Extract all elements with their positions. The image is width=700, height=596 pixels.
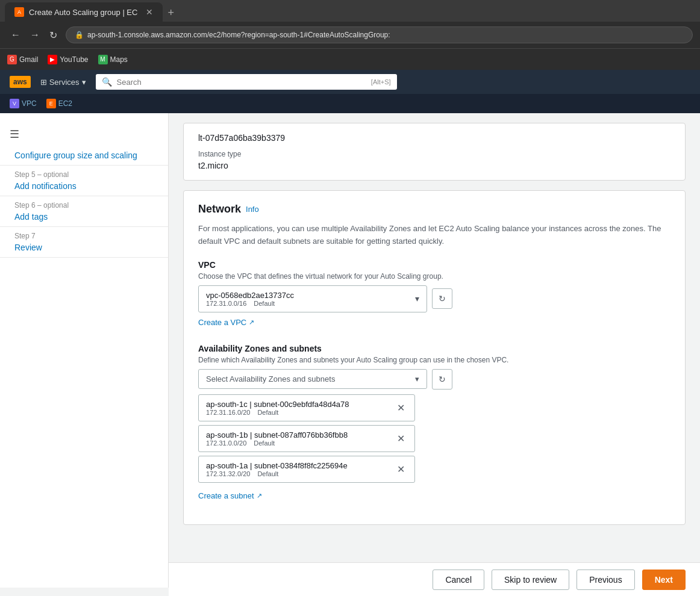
subnet-info-0: ap-south-1c | subnet-00c9ebfdfa48d4a78 1… bbox=[206, 400, 349, 416]
subnet-cidr-2: 172.31.32.0/20 bbox=[206, 470, 250, 477]
subnet-name-0: ap-south-1c | subnet-00c9ebfdfa48d4a78 bbox=[206, 400, 349, 409]
create-vpc-label: Create a VPC bbox=[198, 318, 246, 327]
subnet-default-0: Default bbox=[257, 409, 278, 416]
network-info-link[interactable]: Info bbox=[246, 205, 259, 214]
vpc-cidr: 172.31.0.0/16 bbox=[206, 300, 246, 307]
breadcrumb-vpc[interactable]: V VPC bbox=[10, 99, 37, 108]
tab-close-icon[interactable]: ✕ bbox=[146, 7, 153, 17]
vpc-label: VPC bbox=[198, 260, 670, 270]
search-shortcut: [Alt+S] bbox=[371, 78, 391, 85]
step5-link[interactable]: Add notifications bbox=[14, 181, 158, 191]
step6-link[interactable]: Add tags bbox=[14, 212, 158, 222]
services-label: Services bbox=[49, 78, 80, 87]
step7-link[interactable]: Review bbox=[14, 243, 158, 252]
browser-tab-bar: A Create Auto Scaling group | EC ✕ + bbox=[0, 0, 700, 22]
next-button[interactable]: Next bbox=[642, 570, 686, 588]
az-dropdown[interactable]: Select Availability Zones and subnets ▾ bbox=[198, 369, 427, 389]
vpc-sub: Choose the VPC that defines the virtual … bbox=[198, 272, 670, 281]
bookmark-gmail[interactable]: G Gmail bbox=[7, 55, 38, 64]
breadcrumb-ec2-label: EC2 bbox=[58, 99, 72, 108]
forward-button[interactable]: → bbox=[27, 27, 43, 43]
youtube-icon: ▶ bbox=[48, 55, 57, 64]
ec2-icon: E bbox=[46, 99, 56, 108]
new-tab-button[interactable]: + bbox=[163, 4, 179, 22]
bookmark-gmail-label: Gmail bbox=[19, 55, 38, 64]
address-bar-row: ← → ↻ 🔒 ap-south-1.console.aws.amazon.co… bbox=[0, 22, 700, 48]
search-icon: 🔍 bbox=[102, 77, 112, 87]
step5-label: Step 5 – optional bbox=[14, 170, 158, 179]
subnet-tag-1: ap-south-1b | subnet-087aff076bb36fbb8 1… bbox=[198, 425, 415, 452]
create-subnet-external-icon: ↗ bbox=[257, 492, 262, 500]
nav-controls: ← → ↻ bbox=[7, 27, 61, 43]
network-header: Network Info bbox=[198, 203, 670, 216]
az-section: Availability Zones and subnets Define wh… bbox=[198, 344, 670, 512]
url-text: ap-south-1.console.aws.amazon.com/ec2/ho… bbox=[87, 31, 390, 39]
subnet-details-2: 172.31.32.0/20 Default bbox=[206, 470, 348, 477]
vpc-dropdown-arrow-icon: ▾ bbox=[415, 294, 419, 303]
create-vpc-link[interactable]: Create a VPC ↗ bbox=[198, 318, 254, 327]
maps-icon: M bbox=[98, 55, 108, 64]
vpc-dropdown[interactable]: vpc-0568edb2ae13737cc 172.31.0.0/16 Defa… bbox=[198, 285, 427, 312]
sidebar: ☰ Configure group size and scaling Step … bbox=[0, 113, 169, 588]
az-refresh-button[interactable]: ↻ bbox=[432, 369, 452, 390]
network-card: Network Info For most applications, you … bbox=[183, 190, 686, 525]
active-tab[interactable]: A Create Auto Scaling group | EC ✕ bbox=[5, 2, 163, 22]
back-button[interactable]: ← bbox=[7, 27, 24, 43]
vpc-select-row: vpc-0568edb2ae13737cc 172.31.0.0/16 Defa… bbox=[198, 285, 670, 312]
subnet-tag-2: ap-south-1a | subnet-0384f8f8fc225694e 1… bbox=[198, 456, 415, 483]
subnet-remove-1-button[interactable]: ✕ bbox=[395, 433, 407, 444]
subnet-default-1: Default bbox=[254, 439, 275, 447]
sidebar-toggle[interactable]: ☰ bbox=[0, 123, 168, 146]
bookmark-youtube[interactable]: ▶ YouTube bbox=[48, 55, 88, 64]
vpc-default: Default bbox=[254, 300, 275, 307]
az-select-row: Select Availability Zones and subnets ▾ … bbox=[198, 369, 670, 390]
skip-to-review-button[interactable]: Skip to review bbox=[492, 570, 569, 588]
subnet-name-1: ap-south-1b | subnet-087aff076bb36fbb8 bbox=[206, 430, 348, 439]
main-content: lt-07d57a06ba39b3379 Instance type t2.mi… bbox=[169, 113, 700, 588]
grid-icon: ⊞ bbox=[40, 78, 47, 87]
create-subnet-link[interactable]: Create a subnet ↗ bbox=[198, 491, 262, 500]
cancel-button[interactable]: Cancel bbox=[433, 570, 484, 588]
vpc-selected-id: vpc-0568edb2ae13737cc bbox=[206, 291, 294, 300]
create-subnet-label: Create a subnet bbox=[198, 491, 254, 500]
subnet-cidr-0: 172.31.16.0/20 bbox=[206, 409, 250, 416]
tab-favicon: A bbox=[14, 7, 24, 17]
subnet-details-1: 172.31.0.0/20 Default bbox=[206, 439, 348, 447]
subnet-info-2: ap-south-1a | subnet-0384f8f8fc225694e 1… bbox=[206, 461, 348, 477]
breadcrumb-ec2[interactable]: E EC2 bbox=[46, 99, 72, 108]
lock-icon: 🔒 bbox=[75, 31, 84, 39]
aws-search-bar[interactable]: 🔍 [Alt+S] bbox=[96, 74, 397, 90]
bookmark-youtube-label: YouTube bbox=[60, 55, 88, 64]
network-description: For most applications, you can use multi… bbox=[198, 223, 670, 248]
subnet-remove-0-button[interactable]: ✕ bbox=[395, 402, 407, 414]
step7-label: Step 7 bbox=[14, 232, 158, 240]
external-link-icon: ↗ bbox=[249, 318, 254, 326]
bookmarks-bar: G Gmail ▶ YouTube M Maps bbox=[0, 48, 700, 70]
reload-button[interactable]: ↻ bbox=[46, 27, 61, 43]
az-label: Availability Zones and subnets bbox=[198, 344, 670, 353]
vpc-refresh-button[interactable]: ↻ bbox=[432, 288, 452, 309]
footer-bar: Cancel Skip to review Previous Next bbox=[169, 562, 700, 588]
subnet-tag-0: ap-south-1c | subnet-00c9ebfdfa48d4a78 1… bbox=[198, 394, 415, 421]
vpc-select-sub: 172.31.0.0/16 Default bbox=[206, 300, 294, 307]
bookmark-maps[interactable]: M Maps bbox=[98, 55, 128, 64]
subnet-default-2: Default bbox=[257, 470, 278, 477]
main-layout: ☰ Configure group size and scaling Step … bbox=[0, 113, 700, 588]
breadcrumb-vpc-label: VPC bbox=[22, 99, 37, 108]
sidebar-step-4: Configure group size and scaling bbox=[0, 146, 168, 166]
subnet-remove-2-button[interactable]: ✕ bbox=[395, 464, 407, 475]
sidebar-step-5: Step 5 – optional Add notifications bbox=[0, 166, 168, 196]
address-bar[interactable]: 🔒 ap-south-1.console.aws.amazon.com/ec2/… bbox=[66, 26, 693, 43]
aws-logo[interactable]: aws bbox=[10, 76, 31, 88]
vpc-select-content: vpc-0568edb2ae13737cc 172.31.0.0/16 Defa… bbox=[206, 291, 294, 307]
az-sub: Define which Availability Zones and subn… bbox=[198, 356, 670, 364]
previous-button[interactable]: Previous bbox=[577, 570, 634, 588]
instance-id: lt-07d57a06ba39b3379 bbox=[198, 133, 670, 143]
tab-title: Create Auto Scaling group | EC bbox=[29, 8, 137, 17]
az-dropdown-arrow-icon: ▾ bbox=[415, 374, 419, 383]
services-menu[interactable]: ⊞ Services ▾ bbox=[40, 78, 86, 87]
search-input[interactable] bbox=[117, 78, 366, 87]
network-title: Network bbox=[198, 203, 241, 216]
instance-type-label: Instance type bbox=[198, 150, 670, 158]
step4-link[interactable]: Configure group size and scaling bbox=[14, 151, 158, 160]
